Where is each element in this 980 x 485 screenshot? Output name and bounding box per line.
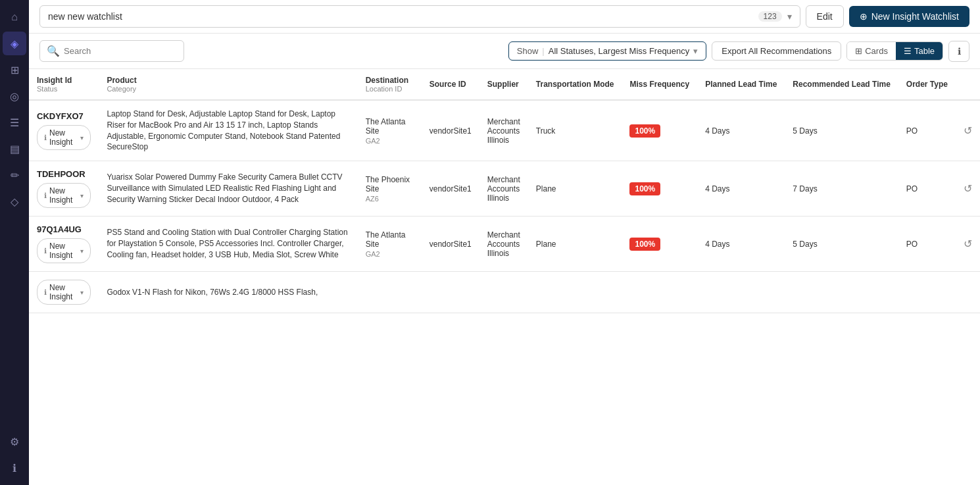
cell-planned-lead-1: 4 Days [697,161,785,217]
cell-order-type-1: PO [898,161,956,217]
search-input[interactable] [64,46,177,56]
export-button[interactable]: Export All Recommendations [712,41,841,61]
cell-transport-1: Plane [528,161,622,217]
cell-actions-2: ↺ [956,217,980,272]
chart-icon[interactable]: ▤ [3,137,26,161]
cell-supplier-1: MerchantAccountsIllinois [479,161,528,217]
edit-button[interactable]: Edit [806,5,844,28]
table-row: 97Q1A4UG ℹ New Insight ▾ PS5 Stand and C… [29,217,980,272]
watchlist-chevron-icon: ▾ [787,11,792,22]
watchlist-name: new new watchlist [48,11,753,22]
cell-planned-lead-3 [697,272,785,313]
plus-circle-icon: ⊕ [860,11,868,22]
table-row: CKDYFXO7 ℹ New Insight ▾ Laptop Stand fo… [29,100,980,161]
cell-insight-id-1: TDEHPOOR ℹ New Insight ▾ [29,161,99,217]
cell-planned-lead-2: 4 Days [697,217,785,272]
cell-destination-0: The Atlanta Site GA2 [358,100,422,161]
cell-insight-id-0: CKDYFXO7 ℹ New Insight ▾ [29,100,99,161]
cell-destination-3 [358,272,422,313]
cell-destination-1: The Phoenix Site AZ6 [358,161,422,217]
reports-icon[interactable]: ☰ [3,111,26,134]
cell-order-type-0: PO [898,100,956,161]
cell-source-id-3 [422,272,479,313]
table-view-button[interactable]: ☰ Table [896,42,943,60]
settings-icon[interactable]: ⚙ [3,430,26,453]
status-info-icon: ℹ [44,134,47,142]
cell-recommended-lead-0: 5 Days [785,100,898,161]
home-icon[interactable]: ⌂ [3,5,26,29]
locations-icon[interactable]: ◎ [3,84,26,108]
insights-icon[interactable]: ◈ [3,32,26,55]
cell-supplier-0: MerchantAccountsIllinois [479,100,528,161]
cell-source-id-1: vendorSite1 [422,161,479,217]
status-dropdown-3[interactable]: ℹ New Insight ▾ [37,280,91,305]
search-box[interactable]: 🔍 [39,40,184,62]
cell-actions-1: ↺ [956,161,980,217]
table-row: ℹ New Insight ▾ Godox V1-N Flash for Nik… [29,272,980,313]
search-icon: 🔍 [47,45,60,57]
status-chevron-icon: ▾ [80,247,84,255]
cell-planned-lead-0: 4 Days [697,100,785,161]
status-dropdown-0[interactable]: ℹ New Insight ▾ [37,125,91,150]
cell-product-1: Yuarisx Solar Powered Dummy Fake Securit… [99,161,357,217]
status-dropdown-1[interactable]: ℹ New Insight ▾ [37,183,91,208]
show-filter-dropdown[interactable]: Show | All Statuses, Largest Miss Freque… [508,41,707,61]
cell-insight-id-2: 97Q1A4UG ℹ New Insight ▾ [29,217,99,272]
edit-icon[interactable]: ✏ [3,163,26,187]
cards-view-button[interactable]: ⊞ Cards [847,42,896,60]
toolbar: 🔍 Show | All Statuses, Largest Miss Freq… [29,34,980,69]
cell-recommended-lead-1: 7 Days [785,161,898,217]
table-header-row: Insight IdStatus ProductCategory Destina… [29,69,980,100]
cell-product-0: Laptop Stand for Desk, Adjustable Laptop… [99,100,357,161]
cell-insight-id-3: ℹ New Insight ▾ [29,272,99,313]
cell-actions-0: ↺ [956,100,980,161]
cell-supplier-3 [479,272,528,313]
cell-actions-3 [956,272,980,313]
cell-recommended-lead-2: 5 Days [785,217,898,272]
status-dropdown-2[interactable]: ℹ New Insight ▾ [37,238,91,263]
products-icon[interactable]: ⊞ [3,58,26,82]
col-source-id: Source ID [422,69,479,100]
col-planned-lead: Planned Lead Time [697,69,785,100]
col-destination: DestinationLocation ID [358,69,422,100]
col-transport: Transportation Mode [528,69,622,100]
cell-miss-freq-2: 100% [622,217,697,272]
col-product: ProductCategory [99,69,357,100]
col-insight-id: Insight IdStatus [29,69,99,100]
cell-source-id-2: vendorSite1 [422,217,479,272]
cell-product-3: Godox V1-N Flash for Nikon, 76Ws 2.4G 1/… [99,272,357,313]
col-supplier: Supplier [479,69,528,100]
table-row: TDEHPOOR ℹ New Insight ▾ Yuarisx Solar P… [29,161,980,217]
cell-product-2: PS5 Stand and Cooling Station with Dual … [99,217,357,272]
cell-miss-freq-3 [622,272,697,313]
cards-icon: ⊞ [855,46,862,56]
help-icon[interactable]: ℹ [3,456,26,480]
refresh-icon-0[interactable]: ↺ [964,125,972,136]
table-container: Insight IdStatus ProductCategory Destina… [29,69,980,485]
status-chevron-icon: ▾ [80,134,84,141]
main-content: new new watchlist 123 ▾ Edit ⊕ New Insig… [29,0,980,485]
refresh-icon-2[interactable]: ↺ [964,238,972,249]
filter-chevron-icon: ▾ [693,46,698,56]
cell-transport-3 [528,272,622,313]
tag-icon[interactable]: ◇ [3,190,26,213]
cell-source-id-0: vendorSite1 [422,100,479,161]
cell-order-type-3 [898,272,956,313]
info-button[interactable]: ℹ [948,41,969,62]
status-chevron-icon: ▾ [80,289,84,296]
topbar: new new watchlist 123 ▾ Edit ⊕ New Insig… [29,0,980,34]
cell-transport-0: Truck [528,100,622,161]
info-icon: ℹ [958,46,961,57]
status-info-icon: ℹ [44,288,47,297]
watchlist-selector[interactable]: new new watchlist 123 ▾ [39,5,800,28]
cell-supplier-2: MerchantAccountsIllinois [479,217,528,272]
cell-destination-2: The Atlanta Site GA2 [358,217,422,272]
table-icon: ☰ [904,46,912,56]
filter-value: All Statuses, Largest Miss Frequency [549,46,690,56]
new-insight-watchlist-button[interactable]: ⊕ New Insight Watchlist [849,6,969,27]
refresh-icon-1[interactable]: ↺ [964,183,972,194]
sidebar: ⌂ ◈ ⊞ ◎ ☰ ▤ ✏ ◇ ⚙ ℹ [0,0,29,485]
show-label: Show [517,46,539,56]
cell-transport-2: Plane [528,217,622,272]
cell-miss-freq-0: 100% [622,100,697,161]
